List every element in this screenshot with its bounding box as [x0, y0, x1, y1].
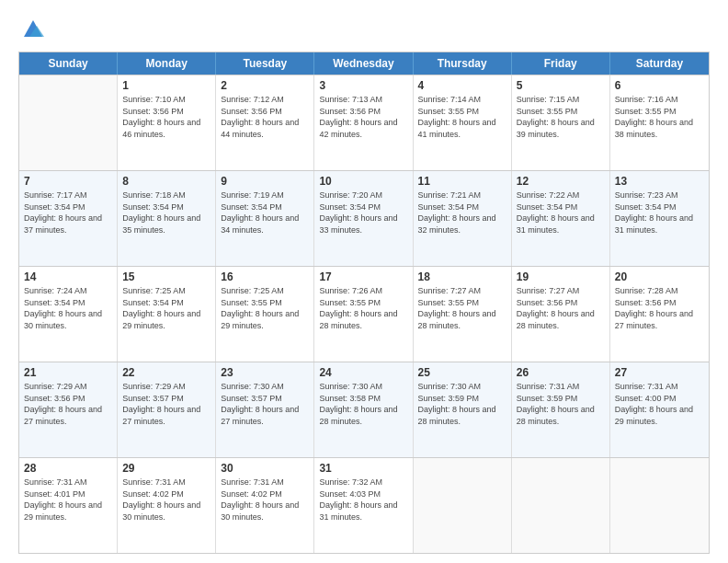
- calendar-day-17: 17Sunrise: 7:26 AMSunset: 3:55 PMDayligh…: [314, 267, 413, 362]
- calendar-day-26: 26Sunrise: 7:31 AMSunset: 3:59 PMDayligh…: [512, 362, 610, 457]
- day-number: 25: [418, 366, 506, 379]
- calendar-day-28: 28Sunrise: 7:31 AMSunset: 4:01 PMDayligh…: [19, 458, 118, 553]
- day-number: 4: [418, 79, 506, 92]
- calendar-day-7: 7Sunrise: 7:17 AMSunset: 3:54 PMDaylight…: [19, 171, 118, 266]
- day-number: 20: [615, 270, 704, 283]
- day-number: 17: [319, 270, 407, 283]
- day-number: 14: [24, 270, 112, 283]
- calendar-body: 1Sunrise: 7:10 AMSunset: 3:56 PMDaylight…: [19, 75, 709, 553]
- day-number: 31: [319, 462, 407, 475]
- calendar-empty-cell: [414, 458, 512, 553]
- day-info: Sunrise: 7:25 AMSunset: 3:55 PMDaylight:…: [221, 285, 309, 331]
- day-info: Sunrise: 7:30 AMSunset: 3:59 PMDaylight:…: [418, 381, 506, 427]
- day-number: 1: [122, 79, 210, 92]
- calendar-day-1: 1Sunrise: 7:10 AMSunset: 3:56 PMDaylight…: [118, 75, 216, 170]
- day-number: 7: [24, 175, 112, 188]
- calendar-day-12: 12Sunrise: 7:22 AMSunset: 3:54 PMDayligh…: [512, 171, 610, 266]
- calendar-day-30: 30Sunrise: 7:31 AMSunset: 4:02 PMDayligh…: [216, 458, 314, 553]
- day-info: Sunrise: 7:30 AMSunset: 3:57 PMDaylight:…: [221, 381, 309, 427]
- day-number: 11: [418, 175, 506, 188]
- calendar-day-14: 14Sunrise: 7:24 AMSunset: 3:54 PMDayligh…: [19, 267, 118, 362]
- day-info: Sunrise: 7:17 AMSunset: 3:54 PMDaylight:…: [24, 190, 112, 236]
- day-info: Sunrise: 7:18 AMSunset: 3:54 PMDaylight:…: [122, 190, 210, 236]
- day-info: Sunrise: 7:14 AMSunset: 3:55 PMDaylight:…: [418, 94, 506, 140]
- calendar-day-31: 31Sunrise: 7:32 AMSunset: 4:03 PMDayligh…: [314, 458, 413, 553]
- calendar-day-29: 29Sunrise: 7:31 AMSunset: 4:02 PMDayligh…: [118, 458, 216, 553]
- day-info: Sunrise: 7:21 AMSunset: 3:54 PMDaylight:…: [418, 190, 506, 236]
- day-number: 12: [517, 175, 605, 188]
- day-number: 8: [122, 175, 210, 188]
- calendar-day-11: 11Sunrise: 7:21 AMSunset: 3:54 PMDayligh…: [414, 171, 512, 266]
- day-number: 26: [517, 366, 605, 379]
- calendar-day-20: 20Sunrise: 7:28 AMSunset: 3:56 PMDayligh…: [610, 267, 709, 362]
- logo: [18, 17, 46, 42]
- day-info: Sunrise: 7:30 AMSunset: 3:58 PMDaylight:…: [319, 381, 407, 427]
- calendar-day-9: 9Sunrise: 7:19 AMSunset: 3:54 PMDaylight…: [216, 171, 314, 266]
- day-info: Sunrise: 7:16 AMSunset: 3:55 PMDaylight:…: [615, 94, 704, 140]
- day-number: 10: [319, 175, 407, 188]
- day-info: Sunrise: 7:26 AMSunset: 3:55 PMDaylight:…: [319, 285, 407, 331]
- header: [18, 17, 710, 42]
- calendar-day-4: 4Sunrise: 7:14 AMSunset: 3:55 PMDaylight…: [414, 75, 512, 170]
- logo-icon: [20, 17, 46, 42]
- calendar-day-5: 5Sunrise: 7:15 AMSunset: 3:55 PMDaylight…: [512, 75, 610, 170]
- header-day-monday: Monday: [118, 52, 216, 75]
- page: SundayMondayTuesdayWednesdayThursdayFrid…: [0, 0, 728, 563]
- calendar-day-22: 22Sunrise: 7:29 AMSunset: 3:57 PMDayligh…: [118, 362, 216, 457]
- day-info: Sunrise: 7:27 AMSunset: 3:55 PMDaylight:…: [418, 285, 506, 331]
- day-number: 29: [122, 462, 210, 475]
- day-number: 22: [122, 366, 210, 379]
- calendar-day-6: 6Sunrise: 7:16 AMSunset: 3:55 PMDaylight…: [610, 75, 709, 170]
- day-info: Sunrise: 7:20 AMSunset: 3:54 PMDaylight:…: [319, 190, 407, 236]
- calendar-header: SundayMondayTuesdayWednesdayThursdayFrid…: [19, 52, 709, 75]
- day-info: Sunrise: 7:12 AMSunset: 3:56 PMDaylight:…: [221, 94, 309, 140]
- calendar-day-3: 3Sunrise: 7:13 AMSunset: 3:56 PMDaylight…: [314, 75, 413, 170]
- day-info: Sunrise: 7:22 AMSunset: 3:54 PMDaylight:…: [517, 190, 605, 236]
- calendar-day-19: 19Sunrise: 7:27 AMSunset: 3:56 PMDayligh…: [512, 267, 610, 362]
- calendar-day-8: 8Sunrise: 7:18 AMSunset: 3:54 PMDaylight…: [118, 171, 216, 266]
- header-day-sunday: Sunday: [19, 52, 118, 75]
- day-info: Sunrise: 7:31 AMSunset: 4:02 PMDaylight:…: [122, 477, 210, 523]
- header-day-saturday: Saturday: [610, 52, 709, 75]
- day-info: Sunrise: 7:24 AMSunset: 3:54 PMDaylight:…: [24, 285, 112, 331]
- calendar-day-23: 23Sunrise: 7:30 AMSunset: 3:57 PMDayligh…: [216, 362, 314, 457]
- day-info: Sunrise: 7:29 AMSunset: 3:57 PMDaylight:…: [122, 381, 210, 427]
- day-info: Sunrise: 7:32 AMSunset: 4:03 PMDaylight:…: [319, 477, 407, 523]
- day-info: Sunrise: 7:27 AMSunset: 3:56 PMDaylight:…: [517, 285, 605, 331]
- day-info: Sunrise: 7:31 AMSunset: 4:01 PMDaylight:…: [24, 477, 112, 523]
- calendar-day-15: 15Sunrise: 7:25 AMSunset: 3:54 PMDayligh…: [118, 267, 216, 362]
- day-number: 2: [221, 79, 309, 92]
- day-info: Sunrise: 7:31 AMSunset: 4:00 PMDaylight:…: [615, 381, 704, 427]
- day-number: 16: [221, 270, 309, 283]
- day-info: Sunrise: 7:29 AMSunset: 3:56 PMDaylight:…: [24, 381, 112, 427]
- header-day-wednesday: Wednesday: [314, 52, 413, 75]
- day-number: 9: [221, 175, 309, 188]
- day-number: 27: [615, 366, 704, 379]
- header-day-tuesday: Tuesday: [216, 52, 314, 75]
- day-info: Sunrise: 7:25 AMSunset: 3:54 PMDaylight:…: [122, 285, 210, 331]
- day-number: 6: [615, 79, 704, 92]
- day-info: Sunrise: 7:15 AMSunset: 3:55 PMDaylight:…: [517, 94, 605, 140]
- day-number: 5: [517, 79, 605, 92]
- header-day-friday: Friday: [512, 52, 610, 75]
- day-info: Sunrise: 7:10 AMSunset: 3:56 PMDaylight:…: [122, 94, 210, 140]
- calendar-day-10: 10Sunrise: 7:20 AMSunset: 3:54 PMDayligh…: [314, 171, 413, 266]
- calendar-week-2: 7Sunrise: 7:17 AMSunset: 3:54 PMDaylight…: [19, 170, 709, 266]
- day-info: Sunrise: 7:28 AMSunset: 3:56 PMDaylight:…: [615, 285, 704, 331]
- calendar-day-25: 25Sunrise: 7:30 AMSunset: 3:59 PMDayligh…: [414, 362, 512, 457]
- day-number: 30: [221, 462, 309, 475]
- calendar-week-5: 28Sunrise: 7:31 AMSunset: 4:01 PMDayligh…: [19, 457, 709, 553]
- calendar-day-24: 24Sunrise: 7:30 AMSunset: 3:58 PMDayligh…: [314, 362, 413, 457]
- calendar-empty-cell: [19, 75, 118, 170]
- day-number: 21: [24, 366, 112, 379]
- day-number: 28: [24, 462, 112, 475]
- day-info: Sunrise: 7:19 AMSunset: 3:54 PMDaylight:…: [221, 190, 309, 236]
- header-day-thursday: Thursday: [414, 52, 512, 75]
- day-info: Sunrise: 7:31 AMSunset: 4:02 PMDaylight:…: [221, 477, 309, 523]
- day-number: 13: [615, 175, 704, 188]
- calendar-week-1: 1Sunrise: 7:10 AMSunset: 3:56 PMDaylight…: [19, 75, 709, 170]
- day-number: 3: [319, 79, 407, 92]
- calendar-day-2: 2Sunrise: 7:12 AMSunset: 3:56 PMDaylight…: [216, 75, 314, 170]
- day-info: Sunrise: 7:31 AMSunset: 3:59 PMDaylight:…: [517, 381, 605, 427]
- calendar-day-13: 13Sunrise: 7:23 AMSunset: 3:54 PMDayligh…: [610, 171, 709, 266]
